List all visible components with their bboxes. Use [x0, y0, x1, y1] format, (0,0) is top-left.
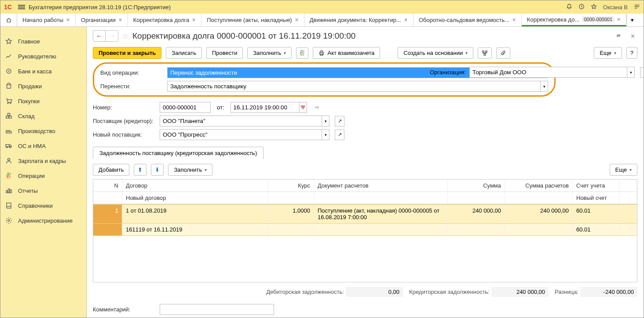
favorite-toggle[interactable]: ☆ [122, 31, 129, 41]
attachments-button[interactable] [496, 47, 510, 59]
chevron-down-icon[interactable]: ▾ [540, 81, 548, 92]
col-header-account[interactable]: Счет учета [573, 180, 619, 192]
history-icon[interactable] [578, 4, 585, 11]
cart-icon [5, 97, 13, 105]
nav-forward-button[interactable]: → [106, 31, 118, 41]
svg-rect-12 [6, 191, 7, 193]
sidebar-item-sales[interactable]: Продажи [0, 79, 86, 94]
tab-balance[interactable]: Оборотно-сальдовая ведомость...✕ [413, 14, 522, 26]
open-org-button[interactable]: ↗ [640, 67, 644, 78]
app-title: Бухгалтерия предприятия 28.10.19 (1С:Пре… [29, 4, 566, 11]
date-field[interactable] [231, 102, 299, 113]
move-down-button[interactable]: ⬇ [151, 164, 164, 176]
svg-point-10 [10, 147, 11, 148]
sidebar-item-manager[interactable]: Руководителю [0, 49, 86, 64]
bell-icon[interactable] [566, 4, 572, 11]
close-icon[interactable]: ✕ [512, 17, 516, 23]
svg-rect-13 [8, 189, 10, 193]
link-button[interactable] [614, 32, 623, 40]
post-and-close-button[interactable]: Провести и закрыть [93, 47, 161, 59]
comment-field[interactable] [160, 304, 274, 315]
sidebar: Главное Руководителю ₽Банк и касса Прода… [0, 27, 87, 318]
document-title: Корректировка долга 0000-000001 от 16.11… [132, 31, 610, 41]
sidebar-item-operations[interactable]: ДтКтОперации [0, 168, 86, 183]
close-icon[interactable]: ✕ [192, 17, 196, 23]
tab-doc-movements[interactable]: Движения документа: Корректир...✕ [304, 14, 413, 26]
tab-receipt[interactable]: Поступление (акты, накладные)✕ [201, 14, 304, 26]
close-panel-button[interactable]: ✕ [628, 32, 637, 40]
window-menu-icon[interactable] [634, 4, 640, 11]
help-button[interactable]: ? [626, 47, 637, 59]
sidebar-item-purchases[interactable]: Покупки [0, 94, 86, 108]
book-icon [5, 202, 13, 210]
tab-current-doc[interactable]: Корректировка до...0000-000001✕ [522, 14, 626, 26]
sidebar-item-main[interactable]: Главное [0, 34, 86, 49]
relations-button[interactable] [478, 47, 492, 59]
save-button[interactable]: Записать [166, 47, 202, 59]
chevron-down-icon[interactable]: ▾ [322, 116, 329, 126]
user-label[interactable]: Оксана В [603, 4, 628, 11]
table-row-sub[interactable]: 161119 от 16.11.2019 60.01 [93, 224, 637, 236]
fill-rows-button[interactable]: Заполнить▾ [168, 164, 212, 176]
col-header-dogovor[interactable]: Договор [122, 180, 268, 192]
star-icon[interactable] [591, 4, 597, 11]
tabs-overflow-button[interactable]: ▾ [626, 14, 638, 26]
calendar-icon[interactable]: 📅 [299, 102, 307, 113]
close-icon[interactable]: ✕ [617, 17, 621, 22]
close-icon[interactable]: ✕ [118, 17, 122, 23]
svg-rect-20 [486, 51, 487, 52]
deb-value: 0,00 [346, 287, 403, 297]
open-supplier-button[interactable]: ↗ [335, 116, 344, 126]
more-button[interactable]: Еще▾ [594, 47, 622, 59]
number-field[interactable] [160, 102, 211, 113]
sidebar-item-bank[interactable]: ₽Банк и касса [0, 64, 86, 79]
sidebar-item-assets[interactable]: ОС и НМА [0, 138, 86, 153]
post-button[interactable]: Провести [206, 47, 243, 59]
tab-organizations[interactable]: Организации✕ [76, 14, 128, 26]
col-header-sum[interactable]: Сумма [448, 180, 505, 192]
move-up-button[interactable]: ⬆ [134, 164, 146, 176]
transfer-select[interactable] [167, 81, 540, 92]
create-based-button[interactable]: Создать на основании▾ [398, 47, 473, 59]
table-row[interactable]: 1 1 от 01.08.2019 1,0000 Поступление (ак… [93, 204, 637, 224]
col-header-new-dogovor[interactable]: Новый договор [122, 192, 268, 204]
supplier-select[interactable] [160, 116, 322, 126]
home-button[interactable] [0, 14, 17, 26]
app-logo-icon: 1С [4, 3, 15, 11]
rows-more-button[interactable]: Еще▾ [610, 164, 637, 176]
col-header-sumr[interactable]: Сумма расчетов [505, 180, 573, 192]
close-icon[interactable]: ✕ [66, 17, 70, 23]
close-icon[interactable]: ✕ [404, 17, 408, 23]
sidebar-menu-toggle[interactable] [0, 27, 86, 34]
add-row-button[interactable]: Добавить [93, 164, 129, 176]
new-supplier-select[interactable] [160, 129, 322, 140]
sidebar-item-reports[interactable]: Отчеты [0, 183, 86, 198]
fill-button[interactable]: Заполнить▾ [247, 47, 292, 59]
sidebar-item-hr[interactable]: Зарплата и кадры [0, 153, 86, 168]
col-header-kurs[interactable]: Курс [268, 180, 314, 192]
col-header-doc[interactable]: Документ расчетов [314, 180, 448, 192]
print-act-button[interactable]: Акт взаимозачета [313, 47, 380, 59]
tab-start[interactable]: Начало работы✕ [17, 14, 76, 26]
sidebar-item-admin[interactable]: Администрирование [0, 213, 86, 228]
chevron-down-icon[interactable]: ▾ [627, 67, 635, 78]
tab-debt-supplier[interactable]: Задолженность поставщику (кредиторская з… [93, 147, 263, 159]
organization-select[interactable] [469, 67, 627, 78]
col-header-n[interactable]: N [93, 180, 122, 192]
col-header-new-account[interactable]: Новый счет [573, 192, 619, 204]
close-icon[interactable]: ✕ [295, 17, 299, 23]
svg-point-9 [7, 147, 8, 148]
tab-debt-adj[interactable]: Корректировка долга✕ [128, 14, 202, 26]
chart-icon [5, 52, 13, 60]
app-menu-button[interactable] [18, 4, 25, 10]
comment-label: Комментарий: [93, 306, 156, 313]
chevron-down-icon[interactable]: ▾ [322, 129, 329, 140]
from-label: от: [217, 104, 224, 111]
open-new-supplier-button[interactable]: ↗ [335, 130, 344, 140]
nav-back-button[interactable]: ← [93, 31, 106, 41]
sidebar-item-warehouse[interactable]: Склад [0, 108, 86, 123]
bars-icon [5, 187, 13, 195]
dtkt-button[interactable]: ДтКт [296, 47, 308, 59]
sidebar-item-catalogs[interactable]: Справочники [0, 198, 86, 213]
sidebar-item-production[interactable]: Производство [0, 123, 86, 138]
